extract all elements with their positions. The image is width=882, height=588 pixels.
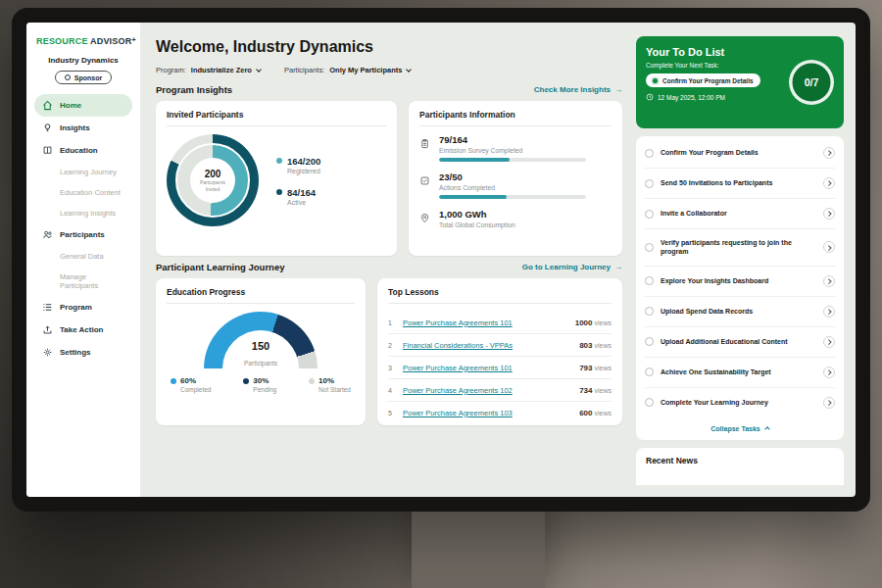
todo-progress-value: 0/7 [805, 76, 819, 88]
task-open-button[interactable] [823, 275, 835, 287]
lesson-row: 3 Power Purchase Agreements 101 793views [388, 357, 612, 379]
legend-value: 10% [318, 376, 334, 385]
education-progress-card: Education Progress 150 Participants [156, 278, 366, 425]
chevron-right-icon [826, 369, 831, 374]
sidebar-item-program[interactable]: Program [34, 296, 132, 318]
legend-dot [309, 378, 315, 384]
lesson-views-unit: views [594, 365, 612, 371]
app-logo: RESOURCE ADVISOR+ [34, 32, 132, 56]
sidebar-item-take-action[interactable]: Take Action [34, 318, 132, 341]
task-label: Invite a Collaborator [661, 209, 816, 218]
insights-cards-row: Invited Participants 200 Participants In… [156, 101, 622, 256]
lesson-views-value: 803 [579, 341, 592, 350]
sidebar-item-education-content[interactable]: Education Content [34, 182, 132, 203]
task-checkbox[interactable] [645, 398, 654, 407]
lesson-rank: 5 [388, 410, 396, 416]
check-more-insights-link[interactable]: Check More Insights → [534, 85, 622, 94]
task-checkbox[interactable] [645, 149, 654, 158]
todo-task-list: Confirm Your Program Details Send 50 Inv… [636, 136, 844, 440]
task-open-button[interactable] [823, 367, 835, 378]
legend-item-not-started: 10% Not Started [309, 376, 351, 393]
sponsor-badge[interactable]: Sponsor [55, 71, 112, 84]
lesson-row: 4 Power Purchase Agreements 102 734views [388, 379, 612, 402]
sidebar-item-settings[interactable]: Settings [34, 341, 132, 364]
todo-subtitle: Complete Your Next Task: [646, 62, 781, 69]
card-title: Top Lessons [388, 287, 612, 304]
task-label: Upload Additional Educational Content [661, 337, 816, 346]
filter-bar: Program: Industrialize Zero Participants… [156, 66, 622, 74]
participants-filter-value: Only My Participants [329, 66, 402, 74]
task-row[interactable]: Achieve One Sustainability Target [645, 358, 835, 388]
lesson-views-value: 600 [579, 409, 592, 417]
task-open-button[interactable] [823, 397, 835, 409]
lesson-link[interactable]: Financial Considerations - VPPAs [403, 341, 572, 350]
lesson-link[interactable]: Power Purchase Agreements 103 [403, 409, 572, 417]
task-open-button[interactable] [823, 306, 835, 318]
recent-news-header: Recent News [636, 448, 844, 485]
donut-legend: 164/200 Registered 84/164 Active [276, 156, 320, 206]
sidebar-nav: Home Insights Education Learning Journey… [34, 94, 132, 364]
legend-label: Completed [180, 386, 211, 393]
task-checkbox[interactable] [645, 276, 654, 285]
section-title: Participant Learning Journey [156, 262, 284, 272]
program-filter-dropdown[interactable]: Industrialize Zero [191, 66, 261, 74]
task-label: Upload Spend Data Records [661, 307, 816, 316]
sidebar-item-manage-participants[interactable]: Manage Participants [34, 267, 132, 296]
sidebar-item-general-data[interactable]: General Data [34, 246, 132, 267]
due-date-label: 12 May 2025, 12:00 PM [658, 94, 725, 101]
task-row[interactable]: Upload Additional Educational Content [645, 327, 835, 358]
task-open-button[interactable] [823, 177, 835, 189]
progress-track [439, 158, 586, 162]
sidebar-item-learning-journey[interactable]: Learning Journey [34, 162, 132, 182]
task-open-button[interactable] [823, 208, 835, 220]
participants-filter-dropdown[interactable]: Only My Participants [329, 66, 411, 74]
sidebar-item-label: Settings [60, 348, 91, 357]
task-label: Achieve One Sustainability Target [661, 368, 816, 376]
donut-center-value: 200 [205, 169, 221, 179]
task-open-button[interactable] [823, 241, 835, 253]
task-checkbox[interactable] [645, 337, 654, 346]
legend-item-registered: 164/200 Registered [276, 156, 320, 174]
task-checkbox[interactable] [645, 243, 654, 252]
sidebar-item-participants[interactable]: Participants [34, 223, 132, 246]
sidebar-item-label: Home [60, 101, 81, 110]
sponsor-icon [65, 74, 71, 80]
task-row[interactable]: Explore Your Insights Dashboard [645, 267, 835, 297]
lesson-link[interactable]: Power Purchase Agreements 101 [403, 364, 572, 372]
task-label: Confirm Your Program Details [661, 148, 816, 157]
metric-value: 1,000 GWh [439, 209, 515, 220]
legend-dot [276, 189, 282, 195]
list-icon [42, 302, 53, 313]
sidebar-item-education[interactable]: Education [34, 139, 132, 162]
program-filter-label: Program: [156, 66, 186, 74]
gear-icon [42, 347, 53, 358]
go-to-learning-journey-link[interactable]: Go to Learning Journey → [522, 263, 622, 271]
task-open-button[interactable] [823, 336, 835, 348]
collapse-tasks-button[interactable]: Collapse Tasks [645, 417, 835, 435]
lesson-views-value: 1000 [575, 318, 593, 327]
legend-item-completed: 60% Completed [171, 376, 211, 393]
task-checkbox[interactable] [645, 307, 654, 316]
task-row[interactable]: Upload Spend Data Records [645, 297, 835, 327]
org-name: Industry Dynamics [34, 56, 132, 65]
task-label: Explore Your Insights Dashboard [661, 276, 816, 285]
task-row[interactable]: Invite a Collaborator [645, 199, 835, 229]
task-open-button[interactable] [823, 147, 835, 159]
sidebar-item-learning-insights[interactable]: Learning Insights [34, 203, 132, 223]
sidebar-item-insights[interactable]: Insights [34, 117, 132, 139]
sidebar-item-home[interactable]: Home [34, 94, 132, 117]
task-row[interactable]: Confirm Your Program Details [645, 138, 835, 169]
next-task-pill[interactable]: Confirm Your Program Details [646, 74, 760, 87]
task-row[interactable]: Complete Your Learning Journey [645, 388, 835, 417]
task-checkbox[interactable] [645, 179, 654, 188]
task-row[interactable]: Verify participants requesting to join t… [645, 229, 835, 267]
card-title: Participants Information [419, 110, 612, 126]
lesson-link[interactable]: Power Purchase Agreements 102 [403, 386, 572, 395]
task-checkbox[interactable] [645, 368, 654, 376]
lesson-rank: 4 [388, 387, 396, 394]
lesson-link[interactable]: Power Purchase Agreements 101 [403, 318, 568, 327]
task-checkbox[interactable] [645, 210, 654, 219]
collapse-tasks-label: Collapse Tasks [710, 425, 760, 432]
task-row[interactable]: Send 50 Invitations to Participants [645, 169, 835, 199]
sponsor-badge-label: Sponsor [74, 74, 102, 81]
